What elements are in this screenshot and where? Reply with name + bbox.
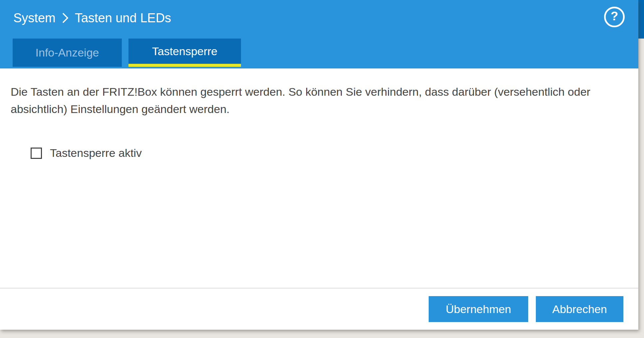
tab-info-anzeige-label: Info-Anzeige [36, 46, 99, 59]
question-mark-icon: ? [611, 9, 618, 23]
breadcrumb-system-link[interactable]: System [13, 10, 56, 26]
panel-header: System Tasten und LEDs ? Info-Anzeige Ta… [0, 0, 638, 68]
tastensperre-checkbox-row: Tastensperre aktiv [31, 147, 142, 160]
breadcrumb: System Tasten und LEDs [13, 10, 171, 26]
help-button[interactable]: ? [604, 7, 625, 27]
page: { "header": { "breadcrumb": { "parent": … [0, 0, 644, 338]
cancel-button[interactable]: Abbrechen [536, 296, 623, 322]
panel-footer: Übernehmen Abbrechen [0, 288, 638, 330]
tab-info-anzeige[interactable]: Info-Anzeige [13, 39, 122, 67]
breadcrumb-chevron-icon [61, 12, 70, 24]
tastensperre-checkbox-label: Tastensperre aktiv [50, 147, 142, 160]
settings-panel: System Tasten und LEDs ? Info-Anzeige Ta… [0, 0, 638, 330]
page-title: Tasten und LEDs [75, 10, 171, 26]
tab-tastensperre-label: Tastensperre [152, 45, 218, 58]
tab-bar: Info-Anzeige Tastensperre [13, 39, 241, 67]
tastensperre-checkbox[interactable] [31, 148, 42, 159]
description-text: Die Tasten an der FRITZ!Box können gespe… [11, 83, 613, 118]
tab-tastensperre[interactable]: Tastensperre [128, 39, 241, 67]
apply-button[interactable]: Übernehmen [429, 296, 528, 322]
